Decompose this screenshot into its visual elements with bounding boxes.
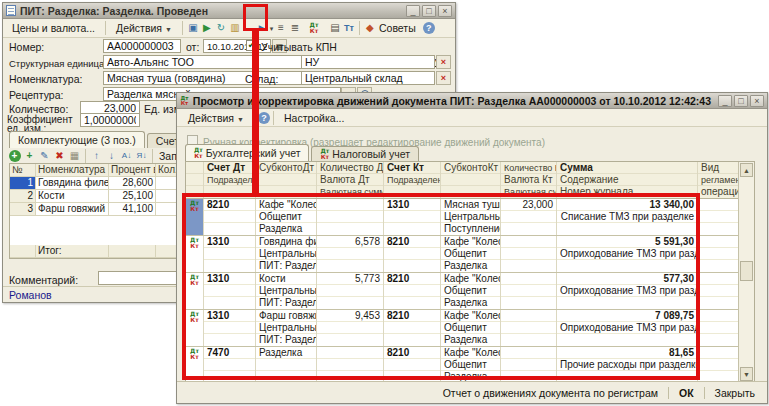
movement-entry[interactable]: ДтКт 7470 Разделка 8210 Кафе "Колесо"Общ… xyxy=(186,347,754,383)
dtkt-tax-icon: ДтКт xyxy=(320,148,329,160)
scroll-down-icon[interactable]: ▼ xyxy=(740,367,753,381)
refresh-icon[interactable]: ↻ xyxy=(214,21,228,36)
entry-dtkt-icon: ДтКт xyxy=(186,199,204,235)
movements-window-icon: ДтКт xyxy=(180,95,188,106)
kpn-label: Учитывать КПН xyxy=(261,41,337,53)
total-label: Итог: xyxy=(36,245,109,258)
col-header-num[interactable]: № xyxy=(10,164,36,177)
report-icon[interactable]: ▤ xyxy=(328,21,342,36)
movement-entry[interactable]: ДтКт 1310 Говядина филеЦентральный с...П… xyxy=(186,236,754,273)
movements-table: Счет Дт Подразделение Дт СубконтоДт Коли… xyxy=(185,161,755,383)
comment-label: Комментарий: xyxy=(9,274,78,286)
copy-document-icon[interactable]: ▥ xyxy=(228,21,242,36)
maximize-button[interactable]: □ xyxy=(422,5,436,17)
footer-separator xyxy=(704,387,705,399)
toolbar-separator xyxy=(85,149,86,163)
coefficient-field[interactable] xyxy=(80,113,140,127)
movement-entry[interactable]: ДтКт 1310 Фарш говяжийЦентральный с...ПИ… xyxy=(186,310,754,347)
maximize-button[interactable]: □ xyxy=(734,95,748,107)
clear-icon[interactable]: × xyxy=(436,71,451,85)
movements-window-title: Просмотр и корректировка движений докуме… xyxy=(193,95,714,107)
movements-window-titlebar[interactable]: ДтКт Просмотр и корректировка движений д… xyxy=(177,93,767,109)
actions-button[interactable]: Действия▼ xyxy=(109,20,179,36)
entry-dtkt-icon: ДтКт xyxy=(186,347,204,383)
nomenclature-label: Номенклатура: xyxy=(9,73,82,85)
tips-icon[interactable]: ◆ xyxy=(363,21,377,36)
totals-icon[interactable]: Тт xyxy=(342,21,356,36)
toolbar-separator xyxy=(105,21,106,35)
tab-accounting[interactable]: ДтКт Бухгалтерский учет xyxy=(185,144,309,161)
toolbar-separator xyxy=(152,149,153,163)
sort-desc-icon[interactable]: Я↓ xyxy=(134,149,149,163)
status-user: Романов xyxy=(9,289,52,301)
move-document-icon[interactable]: → xyxy=(242,21,256,36)
dtkt-icon: ДтКт xyxy=(194,147,203,159)
structure-icon[interactable]: ≡ xyxy=(274,21,288,36)
add-row-icon[interactable]: + xyxy=(7,149,22,163)
prices-currency-button[interactable]: Цены и валюта... xyxy=(5,20,102,36)
document-window-titlebar[interactable]: ПИТ: Разделка: Разделка. Проведен _ □ × xyxy=(3,3,455,19)
kpn-checkbox[interactable]: ✔ xyxy=(246,40,257,51)
chevron-down-icon: ▼ xyxy=(165,26,172,33)
desktop: ПИТ: Разделка: Разделка. Проведен _ □ × … xyxy=(0,0,769,406)
move-down-icon[interactable]: ↓ xyxy=(104,149,119,163)
toolbar-separator xyxy=(359,21,360,35)
chevron-down-icon: ▼ xyxy=(237,116,244,123)
number-field[interactable] xyxy=(103,39,181,53)
entry-dtkt-icon: ДтКт xyxy=(186,273,204,309)
save-close-icon[interactable]: ▣ xyxy=(186,21,200,36)
vertical-scrollbar[interactable]: ▲ ▼ xyxy=(738,162,754,382)
footer-separator xyxy=(668,387,669,399)
movements-window: ДтКт Просмотр и корректировка движений д… xyxy=(176,92,768,404)
document-window-title: ПИТ: Разделка: Разделка. Проведен xyxy=(20,5,402,17)
movements-footer: Отчет о движениях документа по регистрам… xyxy=(177,381,767,403)
tips-button[interactable]: Советы xyxy=(377,20,423,36)
movement-entry[interactable]: ДтКт 1310 КостиЦентральный с...ПИТ: Разд… xyxy=(186,273,754,310)
help-icon[interactable]: ? xyxy=(258,112,270,124)
toolbar-separator xyxy=(273,111,274,125)
dtkt-movements-icon[interactable]: ДтКт xyxy=(304,21,324,36)
col-header-percent[interactable]: Процент выход... xyxy=(109,164,156,177)
movement-entry[interactable]: ДтКт 8210 Кафе "Колесо"ОбщепитРазделка 1… xyxy=(186,199,754,236)
close-button[interactable]: × xyxy=(438,5,452,17)
nu-kind-field[interactable] xyxy=(301,55,435,69)
document-toolbar: Цены и валюта... Действия▼ ▣ ▶ ↻ ▥ → ►▾ … xyxy=(3,19,455,38)
related-documents-icon[interactable]: ≣ xyxy=(288,21,302,36)
delete-row-icon[interactable]: ✖ xyxy=(52,149,67,163)
structural-unit-label: Структурная единица: xyxy=(9,58,107,69)
report-movements-button[interactable]: Отчет о движениях документа по регистрам xyxy=(439,386,662,400)
col-header-name[interactable]: Номенклатура xyxy=(36,164,109,177)
clear-icon red[interactable]: × xyxy=(436,55,451,69)
entry-dtkt-icon: ДтКт xyxy=(186,236,204,272)
chevron-down-icon: ▾ xyxy=(270,25,274,32)
toolbar-separator xyxy=(182,21,183,35)
tab-tax[interactable]: ДтКт Налоговый учет xyxy=(311,146,419,161)
number-label: Номер: xyxy=(9,41,44,53)
save-row-icon[interactable]: ▦ xyxy=(67,149,82,163)
recipe-label: Рецептура: xyxy=(9,89,63,101)
ok-button[interactable]: ОК xyxy=(675,386,698,400)
document-icon xyxy=(6,5,16,16)
goto-menu-icon[interactable]: ►▾ xyxy=(256,21,274,36)
close-window-button[interactable]: Закрыть xyxy=(711,386,759,400)
minimize-button[interactable]: _ xyxy=(406,5,420,17)
edit-row-icon[interactable]: ✎ xyxy=(37,149,52,163)
move-up-icon[interactable]: ↑ xyxy=(89,149,104,163)
scroll-up-icon[interactable]: ▲ xyxy=(740,163,753,177)
entry-dtkt-icon: ДтКт xyxy=(186,310,204,346)
close-button[interactable]: × xyxy=(750,95,764,107)
movements-menubar: Действия▼ ? Настройка... xyxy=(177,109,767,127)
warehouse-label: Склад: xyxy=(245,73,278,85)
help-icon[interactable]: ? xyxy=(423,22,435,34)
sort-asc-icon[interactable]: А↓ xyxy=(119,149,134,163)
scrollbar-thumb[interactable] xyxy=(740,261,753,281)
warehouse-field[interactable] xyxy=(301,71,435,85)
tab-components[interactable]: Комплектующие (3 поз.) xyxy=(9,131,145,148)
copy-row-icon[interactable]: + xyxy=(22,149,37,163)
toolbar-separator xyxy=(254,111,255,125)
minimize-button[interactable]: _ xyxy=(718,95,732,107)
date-label: от: xyxy=(186,41,199,53)
settings-button[interactable]: Настройка... xyxy=(277,110,351,126)
actions-button[interactable]: Действия▼ xyxy=(181,110,251,126)
post-document-icon[interactable]: ▶ xyxy=(200,21,214,36)
